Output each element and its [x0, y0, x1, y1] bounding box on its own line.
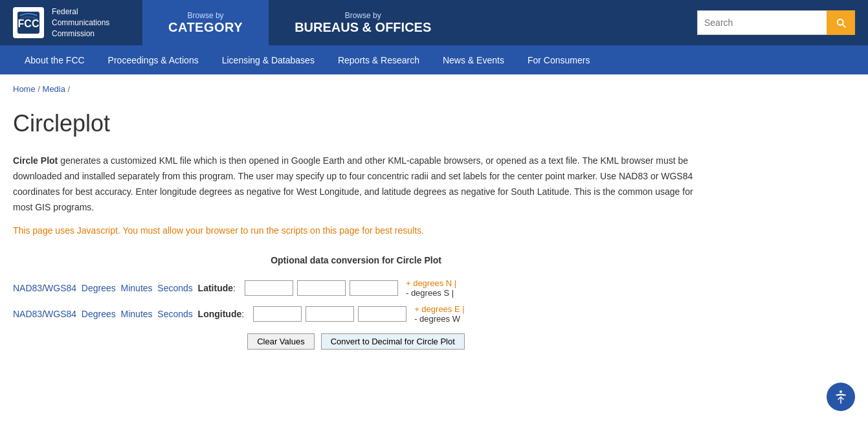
- clear-values-button[interactable]: Clear Values: [247, 333, 314, 350]
- breadcrumb: Home / Media /: [0, 74, 868, 104]
- nav-news[interactable]: News & Events: [431, 47, 516, 73]
- lon-deg-note: + degrees E | - degrees W: [414, 304, 464, 324]
- lat-minutes-input[interactable]: [297, 280, 346, 296]
- browse-category-arrow: [197, 44, 215, 53]
- header-nav: Browse by CATEGORY Browse by BUREAUS & O…: [142, 0, 868, 45]
- header-logo: FCC Federal Communications Commission: [0, 0, 142, 45]
- search-button[interactable]: [827, 10, 855, 35]
- latitude-label: NAD83/WGS84 Degrees Minutes Seconds Lati…: [13, 283, 241, 293]
- header-search: [684, 0, 868, 45]
- search-wrap: [697, 10, 855, 35]
- wgs84-lat-link[interactable]: WGS84: [45, 283, 76, 293]
- js-notice: This page uses Javascript. You must allo…: [13, 225, 699, 236]
- nav-proceedings[interactable]: Proceedings & Actions: [96, 47, 210, 73]
- minutes-lon-link[interactable]: Minutes: [121, 309, 153, 319]
- breadcrumb-media[interactable]: Media: [43, 84, 65, 94]
- fcc-org-name: Federal Communications Commission: [52, 6, 109, 39]
- search-icon: [835, 17, 847, 28]
- lat-seconds-input[interactable]: [350, 280, 398, 296]
- form-buttons: Clear Values Convert to Decimal for Circ…: [13, 333, 699, 350]
- main-content: Circleplot Circle Plot generates a custo…: [0, 104, 712, 375]
- circle-plot-bold: Circle Plot: [13, 155, 58, 166]
- nav-licensing[interactable]: Licensing & Databases: [210, 47, 326, 73]
- degrees-lon-link[interactable]: Degrees: [82, 309, 116, 319]
- nav-consumers[interactable]: For Consumers: [516, 47, 601, 73]
- browse-bureaus-button[interactable]: Browse by BUREAUS & OFFICES: [269, 0, 457, 45]
- nad83-lon-link[interactable]: NAD83: [13, 309, 42, 319]
- header: FCC Federal Communications Commission Br…: [0, 0, 868, 45]
- lon-minutes-input[interactable]: [306, 306, 354, 322]
- degrees-lat-link[interactable]: Degrees: [82, 283, 116, 293]
- breadcrumb-home[interactable]: Home: [13, 84, 36, 94]
- nav-bar: About the FCC Proceedings & Actions Lice…: [0, 45, 868, 74]
- seconds-lon-link[interactable]: Seconds: [157, 309, 192, 319]
- search-input[interactable]: [697, 10, 827, 35]
- latitude-row: NAD83/WGS84 Degrees Minutes Seconds Lati…: [13, 278, 699, 298]
- longitude-label: NAD83/WGS84 Degrees Minutes Seconds Long…: [13, 309, 249, 319]
- lat-degrees-input[interactable]: [245, 280, 293, 296]
- page-title: Circleplot: [13, 110, 699, 137]
- longitude-row: NAD83/WGS84 Degrees Minutes Seconds Long…: [13, 304, 699, 324]
- description-text: Circle Plot generates a customized KML f…: [13, 153, 699, 215]
- conversion-form: Optional data conversion for Circle Plot…: [13, 255, 699, 350]
- lon-seconds-input[interactable]: [358, 306, 406, 322]
- nad83-lat-link[interactable]: NAD83: [13, 283, 42, 293]
- browse-category-button[interactable]: Browse by CATEGORY: [142, 0, 269, 45]
- lat-deg-note: + degrees N | - degrees S |: [406, 278, 456, 298]
- svg-text:FCC: FCC: [18, 18, 39, 29]
- nav-about-fcc[interactable]: About the FCC: [13, 47, 96, 73]
- lon-degrees-input[interactable]: [253, 306, 302, 322]
- nav-reports[interactable]: Reports & Research: [326, 47, 431, 73]
- minutes-lat-link[interactable]: Minutes: [121, 283, 153, 293]
- convert-button[interactable]: Convert to Decimal for Circle Plot: [321, 333, 465, 350]
- fcc-logo: FCC Federal Communications Commission: [13, 6, 109, 39]
- seconds-lat-link[interactable]: Seconds: [157, 283, 192, 293]
- fcc-shield-icon: FCC: [13, 7, 44, 38]
- wgs84-lon-link[interactable]: WGS84: [45, 309, 76, 319]
- form-title: Optional data conversion for Circle Plot: [13, 255, 699, 265]
